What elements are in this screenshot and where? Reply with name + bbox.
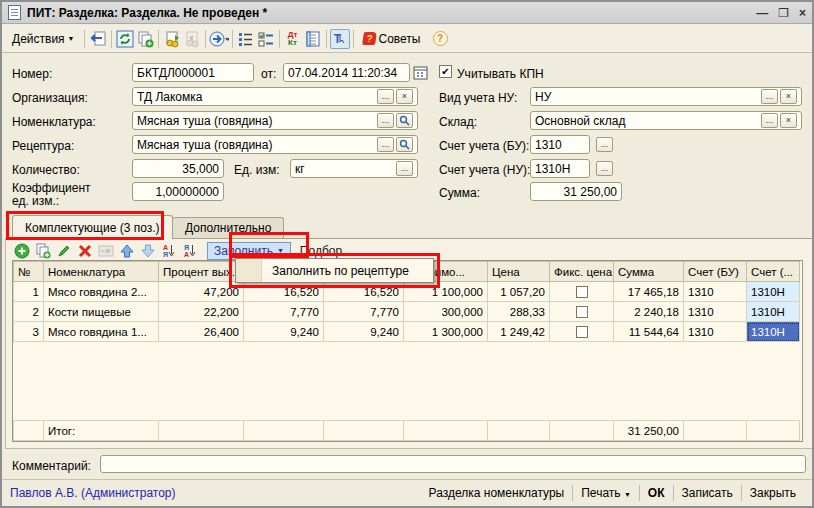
unit-field[interactable]: кг ... (290, 159, 418, 178)
sum-field[interactable]: 31 250,00 (530, 182, 622, 201)
sort-descending-icon[interactable]: ЯА (180, 242, 200, 260)
sum-label: Сумма: (439, 186, 480, 200)
select-dots-icon[interactable]: ... (377, 113, 394, 128)
advice-button[interactable]: ? Советы (357, 29, 427, 49)
add-row-icon[interactable] (12, 242, 32, 260)
warehouse-field[interactable]: Основной склад ... × (530, 111, 802, 130)
select-dots-icon[interactable]: ... (761, 113, 778, 128)
account-bu-field[interactable]: 1310 (530, 135, 590, 154)
main-toolbar: Действия ▼ Д (2, 25, 812, 53)
fixed-price-checkbox[interactable] (576, 306, 588, 318)
save-button[interactable]: Записать (674, 484, 741, 502)
components-grid: № Номенклатура Процент вых... я стоимо..… (12, 260, 803, 442)
fill-button[interactable]: Заполнить ▼ (207, 242, 291, 260)
date-field[interactable]: 07.04.2014 11:20:34 (283, 63, 410, 82)
recipe-field[interactable]: Мясная туша (говядина) ... (132, 135, 418, 154)
calendar-icon[interactable] (411, 63, 431, 83)
number-label: Номер: (12, 67, 52, 81)
menu-item-fill-by-recipe[interactable]: Заполнить по рецептуре (262, 264, 433, 278)
coefficient-field[interactable]: 1,00000000 (132, 182, 224, 201)
nomenclature-cutting-button[interactable]: Разделка номенклатуры (421, 484, 573, 502)
col-number[interactable]: № (14, 262, 44, 282)
settings-list-icon[interactable] (256, 29, 276, 49)
select-dots-icon[interactable]: ... (761, 89, 778, 104)
total-row: Итог: 31 250,00 (14, 421, 800, 441)
organization-label: Организация: (12, 91, 88, 105)
comment-field[interactable] (100, 455, 806, 473)
move-up-icon[interactable] (117, 242, 137, 260)
close-icon[interactable]: × (799, 6, 806, 20)
col-sum[interactable]: Сумма (614, 262, 684, 282)
account-nu-field[interactable]: 1310Н (530, 159, 590, 178)
structure-icon[interactable] (236, 29, 256, 49)
toolbar-separator (84, 30, 85, 48)
clear-icon[interactable]: × (780, 89, 797, 104)
date-label: от: (261, 67, 276, 81)
table-row: 1 Мясо говядина 2... 47,200 16,520 16,52… (14, 282, 800, 302)
quantity-field[interactable]: 35,000 (132, 159, 224, 178)
select-dots-icon[interactable]: ... (377, 137, 394, 152)
select-dots-icon[interactable]: ... (377, 89, 394, 104)
post-document-icon[interactable] (162, 29, 182, 49)
pick-button[interactable]: Подбор (292, 243, 350, 259)
magnifier-icon[interactable] (396, 113, 413, 128)
fill-dropdown-menu: Заполнить по рецептуре (235, 258, 434, 283)
coefficient-label-2: ед. изм.: (12, 194, 59, 208)
col-account-nu[interactable]: Счет (... (747, 262, 800, 282)
number-field[interactable]: БКТДЛ000001 (132, 63, 254, 82)
fixed-price-checkbox[interactable] (576, 326, 588, 338)
help-icon[interactable]: ? (433, 31, 448, 46)
maximize-icon[interactable]: ❒ (778, 6, 789, 20)
status-user[interactable]: Павлов А.В. (Администратор) (10, 486, 176, 500)
select-dots-icon[interactable]: ... (596, 161, 613, 176)
clear-icon[interactable]: × (780, 113, 797, 128)
organization-field[interactable]: ТД Лакомка ... × (132, 87, 418, 106)
select-dots-icon[interactable]: ... (596, 137, 613, 152)
goto-icon[interactable] (209, 29, 229, 49)
tab-additional[interactable]: Дополнительно (172, 217, 284, 238)
toolbar-separator (353, 30, 354, 48)
select-dots-icon[interactable]: ... (396, 161, 413, 176)
dt-kt-icon[interactable]: Дт Кт (283, 29, 303, 49)
magnifier-icon[interactable] (396, 137, 413, 152)
total-sum: 31 250,00 (614, 421, 684, 441)
col-fixed-price[interactable]: Фикс. цена (550, 262, 614, 282)
close-button[interactable]: Закрыть (742, 484, 804, 502)
nu-kind-field[interactable]: НУ ... × (530, 87, 802, 106)
ok-button[interactable]: ОК (640, 484, 673, 502)
fixed-price-checkbox[interactable] (576, 286, 588, 298)
sort-ascending-icon[interactable]: АЯ (159, 242, 179, 260)
col-account-bu[interactable]: Счет (БУ) (684, 262, 747, 282)
tab-components[interactable]: Комплектующие (3 поз.) (12, 215, 173, 239)
col-price[interactable]: Цена (488, 262, 550, 282)
table-footer: Итог: 31 250,00 (13, 420, 800, 441)
refresh-icon[interactable] (115, 29, 135, 49)
actions-button[interactable]: Действия ▼ (6, 29, 81, 49)
finish-edit-icon[interactable] (96, 242, 116, 260)
unpost-document-icon[interactable] (182, 29, 202, 49)
minimize-icon[interactable]: — (756, 6, 768, 20)
selected-cell[interactable]: 1310Н (747, 322, 800, 342)
edit-row-icon[interactable] (54, 242, 74, 260)
nomenclature-field[interactable]: Мясная туша (говядина) ... (132, 111, 418, 130)
description-cursor-icon[interactable]: Т (330, 29, 350, 49)
kpn-checkbox[interactable]: ✔ (439, 65, 452, 78)
col-percent[interactable]: Процент вых... (159, 262, 244, 282)
chevron-down-icon: ▼ (624, 491, 631, 498)
print-button[interactable]: Печать ▼ (573, 484, 639, 502)
clear-icon[interactable]: × (396, 89, 413, 104)
delete-row-icon[interactable] (75, 242, 95, 260)
toolbar-separator (158, 30, 159, 48)
toolbar-separator (205, 30, 206, 48)
toolbar-separator (232, 30, 233, 48)
nomenclature-label: Номенклатура: (12, 115, 96, 129)
copy-row-icon[interactable] (33, 242, 53, 260)
comment-label: Комментарий: (12, 459, 91, 473)
col-nomenclature[interactable]: Номенклатура (44, 262, 159, 282)
copy-add-icon[interactable] (135, 29, 155, 49)
chevron-down-icon: ▼ (277, 247, 284, 254)
journal-icon[interactable] (303, 29, 323, 49)
reread-icon[interactable] (88, 29, 108, 49)
coefficient-label: Коэффициент (12, 181, 91, 195)
move-down-icon[interactable] (138, 242, 158, 260)
